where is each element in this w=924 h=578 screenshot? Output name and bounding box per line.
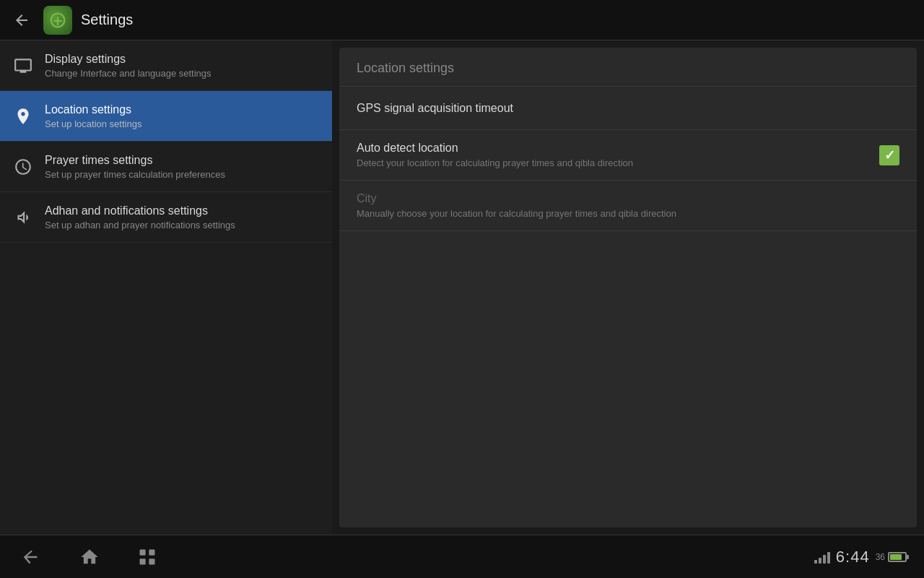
sidebar-item-display-subtitle: Change Interface and language settings (45, 68, 212, 79)
bottom-bar: 6:44 36 (0, 535, 924, 578)
svg-rect-1 (149, 549, 154, 555)
auto-detect-checkbox[interactable] (879, 145, 899, 165)
sidebar-item-adhan[interactable]: Adhan and notifications settings Set up … (0, 192, 332, 243)
sidebar-item-adhan-title: Adhan and notifications settings (45, 204, 235, 217)
battery-fill (890, 554, 902, 560)
settings-item-gps[interactable]: GPS signal acquisition timeout (339, 87, 917, 130)
sidebar-item-location-subtitle: Set up location settings (45, 118, 141, 129)
sidebar-item-display-title: Display settings (45, 53, 212, 66)
sidebar-item-display-text: Display settings Change Interface and la… (45, 53, 212, 79)
signal-bar-3 (823, 555, 826, 564)
nav-recents-icon (137, 547, 157, 567)
nav-back-button[interactable] (17, 543, 46, 571)
sidebar-item-prayer-subtitle: Set up prayer times calculation preferen… (45, 169, 225, 180)
nav-home-icon (79, 547, 100, 567)
display-icon (12, 54, 35, 77)
content-panel: Location settings GPS signal acquisition… (339, 48, 917, 527)
back-icon (13, 12, 30, 29)
status-area: 6:44 36 (814, 548, 907, 566)
sidebar-item-location-text: Location settings Set up location settin… (45, 103, 141, 129)
volume-icon (12, 206, 35, 229)
settings-item-auto-detect-title: Auto detect location (357, 142, 633, 155)
back-button[interactable] (9, 7, 35, 33)
signal-bar-4 (827, 552, 830, 564)
sidebar-item-display[interactable]: Display settings Change Interface and la… (0, 40, 332, 91)
nav-recents-button[interactable] (133, 543, 162, 571)
top-bar: Settings (0, 0, 924, 40)
battery-info: 36 (876, 552, 907, 562)
settings-item-auto-detect-subtitle: Detect your location for calculating pra… (357, 158, 633, 168)
svg-rect-2 (140, 558, 146, 564)
battery-icon (888, 552, 907, 562)
location-pin-icon (12, 105, 35, 128)
settings-item-gps-title: GPS signal acquisition timeout (357, 102, 513, 115)
signal-bar-2 (819, 558, 821, 564)
clock-icon (12, 155, 35, 178)
page-title: Settings (81, 12, 133, 28)
settings-item-auto-detect[interactable]: Auto detect location Detect your locatio… (339, 130, 917, 181)
sidebar-item-location-title: Location settings (45, 103, 141, 116)
content-header: Location settings (339, 48, 917, 87)
bottom-nav-group (17, 543, 162, 571)
nav-home-button[interactable] (75, 543, 104, 571)
settings-list: GPS signal acquisition timeout Auto dete… (339, 87, 917, 231)
svg-rect-0 (140, 549, 146, 555)
settings-item-gps-text: GPS signal acquisition timeout (357, 102, 513, 115)
svg-rect-3 (149, 558, 154, 564)
settings-item-city-subtitle: Manually choose your location for calcul… (357, 208, 676, 219)
sidebar-item-adhan-text: Adhan and notifications settings Set up … (45, 204, 235, 230)
settings-item-city-text: City Manually choose your location for c… (357, 192, 676, 219)
main-layout: Display settings Change Interface and la… (0, 40, 924, 535)
signal-icon (814, 551, 830, 564)
signal-bar-1 (814, 560, 817, 564)
sidebar-item-prayer-title: Prayer times settings (45, 154, 225, 167)
settings-item-city-title: City (357, 192, 676, 205)
clock-display: 6:44 (836, 548, 870, 566)
app-logo-icon (48, 10, 68, 30)
battery-level-text: 36 (876, 552, 885, 562)
sidebar-item-prayer[interactable]: Prayer times settings Set up prayer time… (0, 142, 332, 192)
sidebar-item-location[interactable]: Location settings Set up location settin… (0, 91, 332, 142)
settings-item-auto-detect-text: Auto detect location Detect your locatio… (357, 142, 633, 168)
nav-back-icon (22, 547, 42, 567)
sidebar-item-adhan-subtitle: Set up adhan and prayer notifications se… (45, 220, 235, 230)
app-icon (43, 6, 72, 35)
sidebar: Display settings Change Interface and la… (0, 40, 332, 535)
sidebar-item-prayer-text: Prayer times settings Set up prayer time… (45, 154, 225, 180)
settings-item-city[interactable]: City Manually choose your location for c… (339, 181, 917, 231)
